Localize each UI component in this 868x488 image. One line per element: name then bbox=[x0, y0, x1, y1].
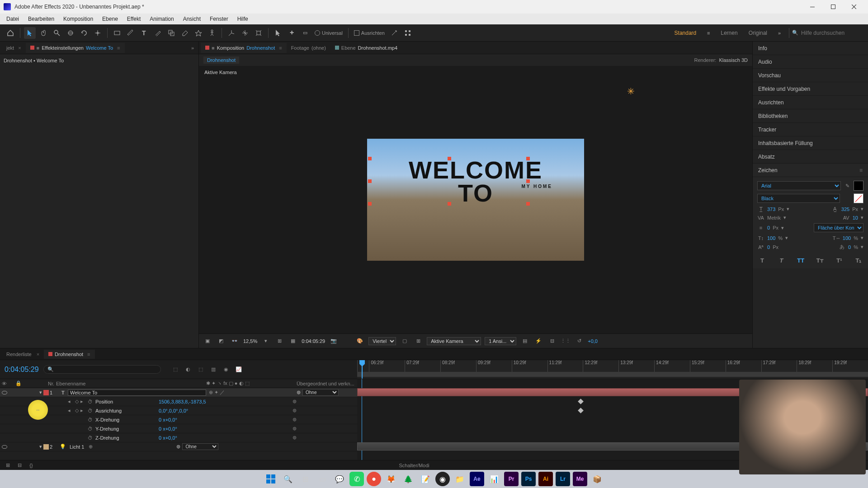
italic-button[interactable]: T bbox=[777, 256, 787, 265]
add-vertex-icon[interactable]: ✚ bbox=[286, 27, 297, 39]
close-button[interactable] bbox=[844, 0, 864, 14]
help-search-input[interactable] bbox=[801, 30, 864, 36]
selection-handle[interactable] bbox=[526, 202, 530, 206]
timeline-icon[interactable]: ⊟ bbox=[547, 336, 557, 346]
kerning-value[interactable]: Metrik bbox=[767, 215, 781, 221]
pickwhip-icon[interactable]: ⊚ bbox=[285, 417, 303, 422]
draft3d-icon[interactable]: ◐ bbox=[183, 364, 193, 375]
tracking-value[interactable]: 10 bbox=[853, 215, 858, 221]
snap-grid-icon[interactable] bbox=[402, 27, 414, 39]
property-value[interactable]: 1506,3,883,8,-1873,5 bbox=[159, 399, 285, 404]
flowchart-icon[interactable]: ⋮⋮ bbox=[561, 336, 571, 346]
cursor-icon[interactable] bbox=[272, 27, 284, 39]
chevron-down-icon[interactable]: ▾ bbox=[785, 235, 788, 241]
close-icon[interactable]: × bbox=[37, 352, 39, 357]
section-libraries[interactable]: Bibliotheken bbox=[753, 109, 868, 123]
property-value[interactable]: 0 x+0,0° bbox=[159, 417, 285, 422]
after-effects-icon[interactable]: Ae bbox=[470, 472, 484, 486]
kf-diamond-icon[interactable]: ◇ bbox=[75, 408, 80, 413]
roto-tool[interactable] bbox=[193, 27, 204, 39]
selection-handle[interactable] bbox=[526, 179, 530, 183]
chevron-down-icon[interactable]: ▾ bbox=[861, 235, 863, 241]
keyframe-icon[interactable] bbox=[578, 408, 584, 413]
section-info[interactable]: Info bbox=[753, 42, 868, 55]
property-row[interactable]: ⏱ X-Drehung 0 x+0,0° ⊚ bbox=[0, 415, 357, 424]
bold-button[interactable]: T bbox=[757, 256, 767, 265]
font-weight-select[interactable]: Black bbox=[757, 194, 840, 203]
chevron-down-icon[interactable]: ▾ bbox=[861, 215, 863, 221]
viewer-timecode[interactable]: 0:04:05:29 bbox=[302, 338, 325, 344]
chevron-down-icon[interactable]: ▾ bbox=[787, 206, 789, 212]
panel-menu-icon[interactable]: ≡ bbox=[279, 45, 282, 51]
switches-modes-label[interactable]: Schalter/Modi bbox=[39, 463, 789, 468]
hand-tool[interactable] bbox=[38, 27, 49, 39]
twirl-down-icon[interactable]: ▾ bbox=[38, 444, 43, 450]
font-size-value[interactable]: 373 bbox=[767, 206, 775, 212]
exposure-reset-icon[interactable]: ↺ bbox=[574, 336, 584, 346]
grid-icon[interactable]: ⊞ bbox=[413, 336, 423, 346]
eye-icon[interactable] bbox=[2, 445, 7, 449]
workspace-lernen[interactable]: Lernen bbox=[715, 30, 743, 36]
help-search[interactable]: 🔍 bbox=[792, 30, 864, 36]
text-tool[interactable]: T bbox=[138, 27, 150, 39]
chevron-down-icon[interactable]: ▾ bbox=[861, 244, 863, 250]
universal-checkbox[interactable]: Universal bbox=[315, 30, 343, 36]
start-button[interactable] bbox=[264, 472, 278, 486]
font-family-select[interactable]: Arial bbox=[757, 181, 841, 190]
hscale-value[interactable]: 100 bbox=[843, 235, 851, 241]
app-icon[interactable]: 🌲 bbox=[401, 472, 415, 486]
selection-tool[interactable] bbox=[24, 27, 36, 39]
fast-preview-icon[interactable]: ⚡ bbox=[533, 336, 543, 346]
orbit-tool[interactable] bbox=[65, 27, 76, 39]
taskview-button[interactable]: ⊞ bbox=[298, 472, 312, 486]
pickwhip-icon[interactable]: ⊚ bbox=[297, 389, 301, 395]
app-icon[interactable]: ● bbox=[367, 472, 381, 486]
timeline-search-input[interactable] bbox=[56, 367, 157, 372]
layer-name[interactable]: Licht 1 bbox=[68, 444, 86, 450]
selection-handle[interactable] bbox=[448, 157, 451, 160]
stroke-width-value[interactable]: 0 bbox=[767, 225, 770, 230]
zoom-tool[interactable] bbox=[51, 27, 63, 39]
layer-color-tag[interactable] bbox=[43, 444, 49, 450]
section-absatz[interactable]: Absatz bbox=[753, 150, 868, 164]
tab-layer[interactable]: Ebene Drohnenshot.mp4 bbox=[330, 43, 402, 53]
rotation-tool[interactable] bbox=[78, 27, 90, 39]
tab-effect-controls[interactable]: ■ Effekteinstellungen Welcome To ≡ bbox=[26, 43, 125, 53]
property-row[interactable]: ⏱ Z-Drehung 0 x+0,0° ⊚ bbox=[0, 433, 357, 442]
workspace-original[interactable]: Original bbox=[743, 30, 773, 36]
eyedropper-icon[interactable]: ✎ bbox=[844, 183, 851, 189]
lightroom-icon[interactable]: Lr bbox=[556, 472, 570, 486]
views-select[interactable]: 1 Ansi... bbox=[485, 337, 516, 345]
snapshot-icon[interactable]: 📷 bbox=[329, 336, 339, 346]
app-icon[interactable]: 📊 bbox=[487, 472, 501, 486]
leading-value[interactable]: 325 bbox=[841, 206, 849, 212]
renderer-value[interactable]: Klassisch 3D bbox=[719, 57, 748, 63]
menu-datei[interactable]: Datei bbox=[2, 14, 24, 23]
eye-icon[interactable] bbox=[2, 391, 7, 394]
property-value[interactable]: 0 x+0,0° bbox=[159, 435, 285, 441]
search-button[interactable]: 🔍 bbox=[281, 472, 295, 486]
panel-menu-icon[interactable]: ≡ bbox=[87, 352, 90, 357]
motion-blur-icon[interactable]: ◉ bbox=[221, 364, 231, 375]
light-icon[interactable]: ✳ bbox=[627, 86, 635, 97]
stopwatch-icon[interactable]: ⏱ bbox=[88, 435, 93, 441]
bbox-icon[interactable]: ▭ bbox=[299, 27, 311, 39]
chevron-down-icon[interactable]: ▾ bbox=[261, 336, 271, 346]
section-zeichen[interactable]: Zeichen≡ bbox=[753, 164, 868, 177]
illustrator-icon[interactable]: Ai bbox=[538, 472, 553, 486]
explorer-icon[interactable]: 📁 bbox=[453, 472, 467, 486]
timeline-timecode[interactable]: 0:04:05:29 bbox=[5, 366, 39, 374]
exposure-value[interactable]: +0,0 bbox=[588, 338, 598, 344]
property-row[interactable]: ◂ ◇ ▸ ⏱ Position 1506,3,883,8,-1873,5 ⊚ bbox=[0, 397, 357, 406]
breadcrumb[interactable]: Drohnenshot bbox=[203, 56, 239, 64]
parent-select[interactable]: Ohne bbox=[302, 389, 339, 396]
tab-composition[interactable]: ■ Komposition Drohnenshot ≡ bbox=[201, 43, 287, 53]
panel-menu-icon[interactable]: ≡ bbox=[859, 167, 863, 174]
rectangle-tool[interactable] bbox=[111, 27, 123, 39]
app-icon[interactable]: 📦 bbox=[590, 472, 604, 486]
chevron-down-icon[interactable]: ▾ bbox=[783, 215, 786, 221]
stroke-color-swatch[interactable] bbox=[854, 193, 863, 203]
minimize-button[interactable] bbox=[802, 0, 823, 14]
menu-ebene[interactable]: Ebene bbox=[98, 14, 123, 23]
section-vorschau[interactable]: Vorschau bbox=[753, 69, 868, 82]
